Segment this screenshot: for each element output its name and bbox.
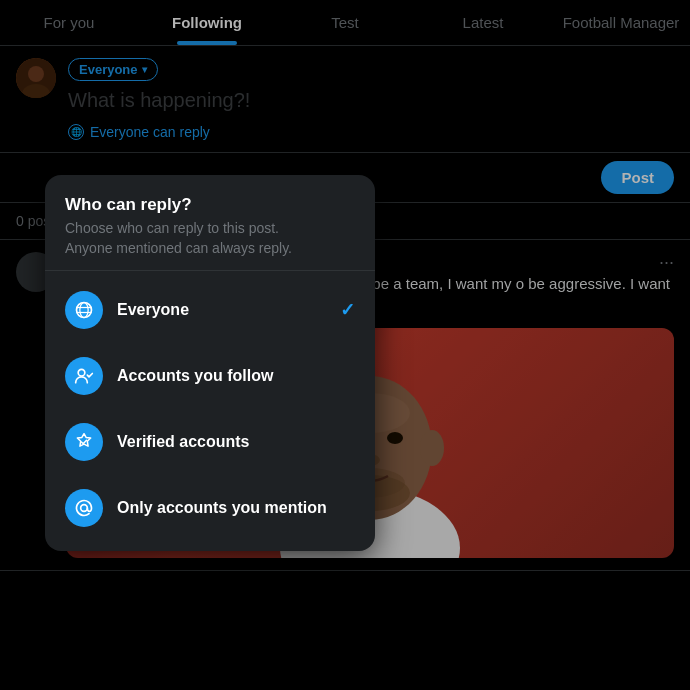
reply-options-dropdown: Who can reply? Choose who can reply to t…	[45, 175, 375, 551]
dropdown-header: Who can reply? Choose who can reply to t…	[45, 195, 375, 271]
person-check-icon	[65, 357, 103, 395]
verified-icon	[65, 423, 103, 461]
at-icon	[65, 489, 103, 527]
reply-option-following[interactable]: Accounts you follow	[45, 343, 375, 409]
globe-icon	[65, 291, 103, 329]
everyone-label: Everyone	[117, 301, 189, 319]
reply-option-verified[interactable]: Verified accounts	[45, 409, 375, 475]
accounts-follow-label: Accounts you follow	[117, 367, 273, 385]
svg-point-14	[77, 303, 92, 318]
svg-point-19	[81, 505, 88, 512]
check-icon: ✓	[340, 299, 355, 321]
svg-point-18	[78, 370, 85, 377]
reply-option-everyone[interactable]: Everyone ✓	[45, 277, 375, 343]
dropdown-subtitle: Choose who can reply to this post.Anyone…	[65, 219, 355, 258]
reply-option-mention[interactable]: Only accounts you mention	[45, 475, 375, 541]
dropdown-title: Who can reply?	[65, 195, 355, 215]
svg-point-15	[80, 303, 88, 318]
mention-label: Only accounts you mention	[117, 499, 327, 517]
verified-label: Verified accounts	[117, 433, 250, 451]
